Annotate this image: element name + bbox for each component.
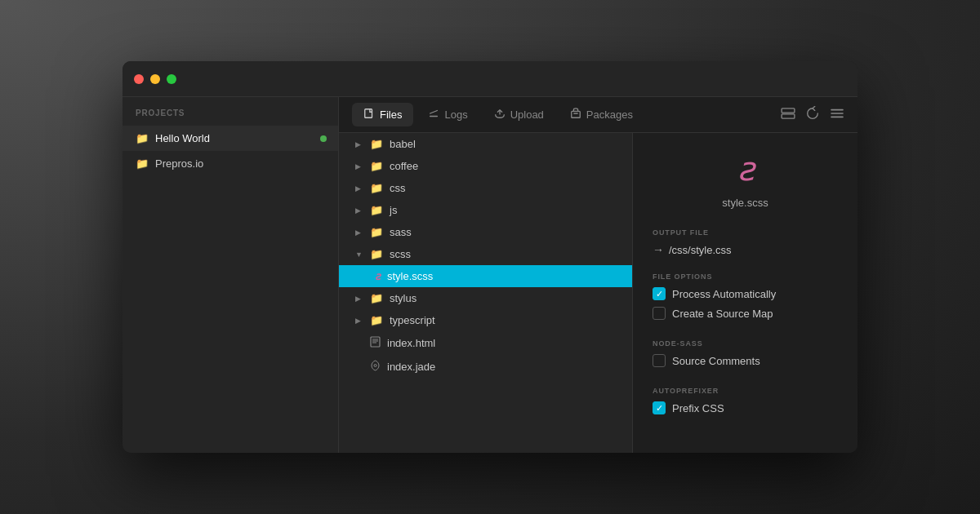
list-item[interactable]: ▶ 📁 css <box>339 177 632 199</box>
list-item[interactable]: ▶ index.jade <box>339 355 632 379</box>
svg-point-5 <box>374 365 376 367</box>
node-sass-options: Source Comments <box>653 354 838 374</box>
tab-upload-label: Upload <box>510 109 544 121</box>
layout-icon[interactable] <box>781 108 795 122</box>
output-path: /css/style.css <box>669 244 732 256</box>
file-name: index.html <box>387 337 435 349</box>
title-bar <box>122 61 858 97</box>
list-item[interactable]: ▶ 📁 sass <box>339 221 632 243</box>
scss-icon: ƨ <box>375 270 381 282</box>
minimize-button[interactable] <box>150 74 160 84</box>
node-sass-label: NODE-SASS <box>653 339 703 348</box>
source-comments-checkbox[interactable] <box>653 354 666 367</box>
list-item[interactable]: ▶ 📁 stylus <box>339 287 632 309</box>
content-area: Files Logs <box>339 97 858 453</box>
file-options: ✓ Process Automatically Create a Source … <box>653 287 838 326</box>
sidebar-item-prepros[interactable]: 📁 Prepros.io <box>122 151 338 176</box>
prefix-css-checkbox[interactable]: ✓ <box>653 401 666 414</box>
main-content: PROJECTS 📁 Hello World 📁 Prepros.io <box>122 97 858 453</box>
autoprefixer-label: AUTOPREFIXER <box>653 387 719 395</box>
file-name: typescript <box>390 314 435 326</box>
jade-file-icon <box>370 360 381 374</box>
list-item[interactable]: ▶ index.html <box>339 331 632 355</box>
list-item[interactable]: ▼ 📁 scss <box>339 243 632 265</box>
refresh-icon[interactable] <box>805 106 820 124</box>
list-item[interactable]: ▶ 📁 coffee <box>339 155 632 177</box>
right-panel: ƨ style.scss OUTPUT FILE → /css/style.cs… <box>633 133 858 453</box>
svg-rect-1 <box>572 111 581 117</box>
menu-icon[interactable] <box>830 108 844 122</box>
tab-packages[interactable]: Packages <box>559 103 644 126</box>
folder-icon: 📁 <box>370 138 383 150</box>
file-name: css <box>390 182 406 194</box>
maximize-button[interactable] <box>167 74 176 84</box>
project-name: Hello World <box>155 132 210 144</box>
files-panel-wrapper: ▶ 📁 babel ▶ 📁 coffee ▶ 📁 css <box>339 133 858 453</box>
source-map-checkbox[interactable] <box>653 307 666 320</box>
file-preview-name: style.scss <box>722 197 768 209</box>
folder-icon: 📁 <box>370 248 383 260</box>
packages-tab-icon <box>570 108 581 122</box>
arrow-icon: ▶ <box>355 317 363 325</box>
folder-icon: 📁 <box>136 157 149 170</box>
file-name: babel <box>390 138 416 150</box>
tab-upload[interactable]: Upload <box>483 103 555 126</box>
list-item[interactable]: ▶ 📁 js <box>339 199 632 221</box>
tabs-right-icons <box>781 106 844 124</box>
file-name: scss <box>390 248 411 260</box>
tabs-bar: Files Logs <box>339 97 858 133</box>
option-row-process: ✓ Process Automatically <box>653 287 838 300</box>
tab-files[interactable]: Files <box>352 103 413 126</box>
folder-icon: 📁 <box>370 226 383 238</box>
scss-logo-icon: ƨ <box>725 149 766 190</box>
logs-tab-icon <box>428 108 439 122</box>
svg-text:ƨ: ƨ <box>737 151 756 188</box>
sidebar-header: PROJECTS <box>122 97 338 126</box>
autoprefixer-options: ✓ Prefix CSS <box>653 401 838 421</box>
svg-rect-2 <box>782 108 795 112</box>
app-window: PROJECTS 📁 Hello World 📁 Prepros.io <box>122 61 858 453</box>
folder-icon: 📁 <box>136 132 149 144</box>
list-item[interactable]: ▶ 📁 typescript <box>339 309 632 331</box>
files-tab-icon <box>363 108 375 122</box>
tab-logs[interactable]: Logs <box>416 103 479 126</box>
output-arrow-icon: → <box>653 243 664 256</box>
arrow-icon: ▼ <box>355 250 363 259</box>
process-auto-checkbox[interactable]: ✓ <box>653 287 666 300</box>
option-row-sourcemap: Create a Source Map <box>653 307 838 320</box>
traffic-lights <box>134 74 176 84</box>
file-name: js <box>390 204 397 216</box>
files-list: ▶ 📁 babel ▶ 📁 coffee ▶ 📁 css <box>339 133 633 453</box>
project-name: Prepros.io <box>155 157 203 170</box>
arrow-icon: ▶ <box>355 184 363 193</box>
arrow-icon: ▶ <box>355 295 363 303</box>
arrow-icon: ▶ <box>355 206 363 215</box>
sidebar-item-hello-world[interactable]: 📁 Hello World <box>122 126 338 151</box>
html-file-icon <box>370 336 381 350</box>
arrow-icon: ▶ <box>355 140 363 148</box>
tab-files-label: Files <box>380 109 402 121</box>
option-row-source-comments: Source Comments <box>653 354 838 367</box>
sidebar: PROJECTS 📁 Hello World 📁 Prepros.io <box>122 97 339 453</box>
close-button[interactable] <box>134 74 144 84</box>
output-file-row: → /css/style.css <box>653 243 732 256</box>
list-item-style-scss[interactable]: ƨ style.scss <box>339 265 632 287</box>
file-name: stylus <box>390 292 416 304</box>
svg-rect-0 <box>365 109 372 118</box>
arrow-icon: ▶ <box>355 228 363 237</box>
folder-icon: 📁 <box>370 182 383 194</box>
svg-rect-3 <box>782 113 795 117</box>
active-dot <box>320 135 327 142</box>
file-name: index.jade <box>387 361 435 373</box>
file-name: coffee <box>390 160 418 172</box>
folder-icon: 📁 <box>370 292 383 304</box>
file-name: style.scss <box>387 270 433 282</box>
svg-rect-4 <box>371 337 380 347</box>
option-row-prefix-css: ✓ Prefix CSS <box>653 401 838 414</box>
process-auto-label: Process Automatically <box>672 288 776 300</box>
arrow-icon: ▶ <box>355 162 363 171</box>
tab-logs-label: Logs <box>444 109 467 121</box>
folder-icon: 📁 <box>370 160 383 172</box>
tab-packages-label: Packages <box>586 109 633 121</box>
list-item[interactable]: ▶ 📁 babel <box>339 133 632 155</box>
